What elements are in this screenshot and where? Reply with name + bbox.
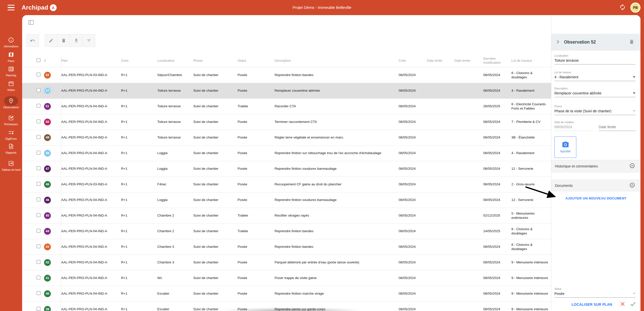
chevron-down-icon [633, 293, 635, 294]
select-all-checkbox[interactable] [36, 58, 41, 62]
row-checkbox[interactable] [36, 213, 41, 217]
sidebar-item-plans[interactable]: Plans [0, 51, 22, 62]
cell-cree: 08/05/2024 [399, 198, 427, 202]
header-phase[interactable]: Phase [193, 59, 238, 63]
cell-derniere-modification: 08/05/2024 [483, 260, 511, 265]
chevron-right-icon[interactable] [556, 40, 560, 45]
sidebar-item-planning[interactable]: Planning [0, 66, 22, 77]
cell-plan: AAL-PER-PRO-PLN-04-IND-A [61, 302, 121, 311]
row-checkbox[interactable] [36, 307, 41, 311]
header-statut[interactable]: Statut [238, 59, 275, 63]
row-checkbox[interactable] [36, 260, 41, 264]
table-row[interactable]: 43 AAL-PER-PRO-PLN-04-IND-A R+1 Chambre … [22, 239, 551, 255]
cell-localisation: Loggia [157, 151, 193, 155]
description-select[interactable]: Remplacer couvertine abîmée [554, 91, 635, 97]
table-row[interactable]: 52 AAL-PER-PRO-PLN-03-IND-A R+1 Séjour/C… [22, 67, 551, 83]
header-cree[interactable]: Créé [399, 59, 427, 63]
header-derniere-modification[interactable]: Dernière modification [483, 57, 511, 64]
cell-lot: 3B - Étanchéité [511, 135, 551, 140]
sidebar-item-tableau-de-bord[interactable]: Tableau de bord [0, 160, 22, 171]
table-row[interactable]: 52 AAL-PER-PRO-PLN-04-IND-A R+1 Toiture … [22, 83, 551, 99]
section-documents[interactable]: Documents [551, 180, 640, 191]
row-checkbox[interactable] [36, 291, 41, 295]
sidebar-item-remarques[interactable]: Remarques [0, 115, 22, 126]
table-row[interactable]: 50 AAL-PER-PRO-PLN-04-IND-A R+1 Toiture … [22, 114, 551, 130]
header-zone[interactable]: Zone [121, 59, 157, 63]
delete-button[interactable] [57, 34, 70, 47]
statut-select[interactable]: Posée [554, 292, 635, 298]
row-checkbox[interactable] [36, 151, 41, 155]
table-row[interactable]: 49 AAL-PER-PRO-PLN-04-IND-A R+1 Toiture … [22, 130, 551, 146]
row-checkbox[interactable] [36, 119, 41, 123]
observation-number-badge: 42 [44, 259, 51, 266]
download-button[interactable] [70, 34, 83, 47]
locate-on-plan-link[interactable]: LOCALISER SUR PLAN [572, 302, 612, 306]
edit-button[interactable] [45, 34, 57, 47]
row-checkbox[interactable] [36, 182, 41, 186]
row-checkbox[interactable] [36, 88, 41, 92]
row-checkbox[interactable] [36, 197, 41, 201]
row-checkbox[interactable] [36, 135, 41, 139]
table-row[interactable]: 46 AAL-PER-PRO-PLN-03-IND-A R+1 F4/wc Su… [22, 177, 551, 192]
cancel-x-icon[interactable] [620, 301, 625, 308]
cell-derniere-modification: 08/05/2024 [483, 120, 511, 124]
sidebar-item-observations[interactable]: Observations [0, 98, 22, 109]
pencil-icon [49, 38, 54, 43]
collapse-circle-up-icon[interactable] [629, 182, 635, 189]
cell-zone: R+1 [121, 151, 157, 155]
sidebar-item-visites[interactable]: Visites [0, 80, 22, 91]
row-checkbox[interactable] [36, 73, 41, 77]
localisation-input[interactable]: Toiture terrasse [554, 58, 635, 64]
confirm-check-icon[interactable] [630, 301, 636, 308]
row-checkbox[interactable] [36, 275, 41, 280]
table-row[interactable]: 42 AAL-PER-PRO-PLN-04-IND-A R+1 Chambre … [22, 255, 551, 270]
section-historique[interactable]: Historique et commentaires [551, 160, 640, 172]
table-row[interactable]: 51 AAL-PER-PRO-PLN-04-IND-A R+1 Toiture … [22, 99, 551, 114]
pin-icon [8, 98, 14, 104]
table-row[interactable]: 46 AAL-PER-PRO-PLN-04-IND-A R+1 Loggia S… [22, 192, 551, 208]
header-date-levee[interactable]: Date levée [454, 59, 483, 63]
sidebar-item-digitform[interactable]: DigitForm [0, 129, 22, 140]
user-avatar[interactable]: FB [630, 3, 640, 13]
lot-select[interactable]: 4 - Ravalement [554, 75, 635, 81]
filter-button[interactable] [83, 34, 95, 47]
header-localisation[interactable]: Localisation [157, 59, 193, 63]
undo-button[interactable] [26, 34, 39, 47]
cell-zone: R+1 [121, 245, 157, 249]
row-checkbox[interactable] [36, 229, 41, 233]
date-limite-input[interactable]: Date limite [599, 125, 636, 131]
add-photo-button[interactable]: Ajouter [554, 136, 576, 158]
header-date-limite[interactable]: Date limite [427, 59, 454, 63]
table-row[interactable]: 40 AAL-PER-PRO-PLN-04-IND-A R+1 Escalier… [22, 286, 551, 302]
row-checkbox[interactable] [36, 166, 41, 170]
row-checkbox[interactable] [36, 104, 41, 108]
header-lot[interactable]: Lot de travaux [511, 59, 551, 63]
sync-icon[interactable] [619, 4, 626, 12]
table-row[interactable]: 45 AAL-PER-PRO-PLN-04-IND-A R+1 Chambre … [22, 208, 551, 224]
sidebar-item-informations[interactable]: Informations [0, 37, 22, 48]
header-description[interactable]: Description [275, 59, 399, 63]
sidebar-item-rapports[interactable]: Rapports [0, 143, 22, 154]
panel-trash-icon[interactable] [629, 39, 634, 46]
expand-circle-down-icon[interactable] [629, 163, 635, 169]
table-toolbar [45, 34, 95, 47]
table-row[interactable]: 44 AAL-PER-PRO-PLN-04-IND-A R+1 Chambre … [22, 224, 551, 239]
table-row[interactable]: 41 AAL-PER-PRO-PLN-04-IND-A R+1 Wc Suivi… [22, 270, 551, 286]
cell-lot: 6 - Electricité Courants Forts et Faible… [511, 102, 551, 111]
row-checkbox[interactable] [36, 244, 41, 248]
toggle-panel-icon[interactable] [28, 20, 34, 26]
field-statut: Statut Posée [554, 287, 635, 298]
info-icon [8, 37, 14, 43]
phase-select[interactable]: Phase de la visite (Suivi de chantier) [554, 109, 635, 115]
cell-cree: 08/05/2024 [399, 276, 427, 280]
table-row[interactable]: 48 AAL-PER-PRO-PLN-04-IND-A R+1 Loggia S… [22, 146, 551, 161]
cell-cree: 08/05/2024 [399, 104, 427, 109]
cell-zone: R+1 [121, 307, 157, 311]
add-new-document-link[interactable]: AJOUTER UN NOUVEAU DOCUMENT [551, 196, 640, 200]
header-plan[interactable]: Plan [61, 54, 121, 67]
cell-statut: Posée [238, 182, 275, 187]
header-num[interactable]: # [44, 59, 61, 63]
table-header-row: # Plan Zone Localisation Phase Statut De… [22, 54, 551, 67]
table-row[interactable]: 47 AAL-PER-PRO-PLN-04-IND-A R+1 Loggia S… [22, 161, 551, 177]
panel-title: Observation 52 [564, 40, 596, 45]
